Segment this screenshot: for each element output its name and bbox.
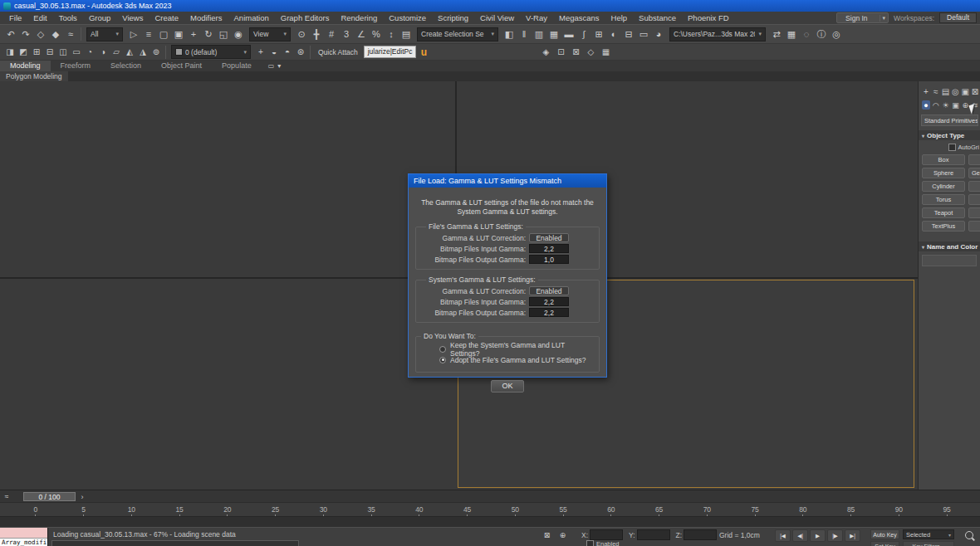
menu-item[interactable]: File	[3, 13, 27, 22]
primitive-button[interactable]: Torus	[922, 194, 965, 205]
zoom-icon[interactable]	[965, 531, 973, 539]
snaps-toggle-icon[interactable]: 3	[339, 27, 354, 41]
secondary-tool-4-icon[interactable]: ⊟	[43, 46, 56, 59]
primitive-type-dropdown[interactable]: Standard Primitives ▾	[921, 115, 978, 126]
z-input[interactable]	[684, 529, 717, 540]
mini-curve-editor-icon[interactable]: ≈	[2, 492, 12, 500]
go-to-start-button[interactable]: |◀	[775, 529, 791, 542]
curve-editor-icon[interactable]: ∫	[576, 27, 591, 41]
track-bar[interactable]: 05101520253035404550556065707580859095	[0, 502, 980, 516]
select-and-place-icon[interactable]: ◉	[231, 27, 246, 41]
workspace-selector[interactable]: Default	[939, 12, 977, 23]
render-production-icon[interactable]: ◕	[651, 27, 666, 41]
mirror-icon[interactable]: ◧	[502, 27, 517, 41]
menu-item[interactable]: Megascans	[553, 13, 605, 22]
layer-dropdown[interactable]: 0 (default) ▾	[171, 45, 251, 59]
polygon-modeling-tab[interactable]: Polygon Modeling	[0, 71, 68, 81]
substance-icon[interactable]: u	[417, 46, 430, 58]
selection-filter-dropdown[interactable]: All▾	[86, 27, 123, 41]
ribbon-tab[interactable]: Selection	[100, 61, 151, 71]
percent-snap-toggle-icon[interactable]: %	[369, 27, 384, 41]
select-object-icon[interactable]: ▷	[126, 27, 141, 41]
viewport-layout-icon[interactable]: ▦	[784, 27, 799, 41]
project-path-dropdown[interactable]: C:\Users\Paz...3ds Max 2023▾	[669, 27, 766, 41]
autogrid-checkbox[interactable]	[948, 144, 956, 151]
sign-in-button[interactable]: Sign In ▾	[836, 12, 889, 23]
gamma-setting-value[interactable]: 2,2	[529, 244, 569, 253]
select-and-manipulate-icon[interactable]: ╋	[309, 27, 324, 41]
key-filters-button[interactable]: Key Filters...	[903, 541, 954, 546]
menu-item[interactable]: Edit	[27, 13, 52, 22]
modify-tab-icon[interactable]: ≈	[932, 86, 940, 96]
select-and-link-icon[interactable]: ◇	[33, 27, 48, 41]
create-new-layer-icon[interactable]: +	[254, 46, 267, 59]
secondary-tool-10-icon[interactable]: ◭	[123, 46, 136, 59]
secondary-tool-3-icon[interactable]: ⊞	[30, 46, 43, 59]
utilities-tab-icon[interactable]: ⊠	[971, 86, 979, 96]
render-setup-icon[interactable]: ⊟	[621, 27, 636, 41]
menu-item[interactable]: Help	[605, 13, 634, 22]
menu-item[interactable]: Rendering	[335, 13, 383, 22]
primitive-button[interactable]: Ge	[968, 168, 980, 178]
edit-named-selection-sets-icon[interactable]: ▤	[399, 27, 414, 41]
primitive-button[interactable]	[968, 207, 980, 218]
window-crossing-icon[interactable]: ▣	[171, 27, 186, 41]
object-type-rollout[interactable]: ▾ Object Type	[919, 130, 980, 140]
layer-tool-2-icon[interactable]: ◓	[281, 46, 294, 59]
unlink-selection-icon[interactable]: ◆	[48, 27, 63, 41]
layer-tool-1-icon[interactable]: ◒	[267, 46, 281, 59]
y-input[interactable]	[637, 529, 670, 540]
isolate-selection-icon[interactable]: ◌	[799, 27, 814, 41]
secondary-tool-8-icon[interactable]: ◑	[96, 46, 110, 59]
toggle-scene-explorer-icon[interactable]: ▥	[532, 27, 546, 41]
schematic-view-icon[interactable]: ⊞	[591, 27, 606, 41]
layer-tool-3-icon[interactable]: ⊛	[294, 46, 307, 59]
absolute-offset-mode-icon[interactable]: ⊕	[557, 529, 568, 540]
cameras-category-icon[interactable]: ▣	[951, 100, 959, 110]
secondary-tool-11-icon[interactable]: ◮	[136, 46, 149, 59]
motion-tab-icon[interactable]: ◎	[951, 86, 959, 96]
named-selection-dropdown[interactable]: Create Selection Se▾	[417, 27, 498, 41]
menu-item[interactable]: Create	[149, 13, 184, 22]
select-by-name-icon[interactable]: ≡	[141, 27, 156, 41]
render-tool-4-icon[interactable]: ◇	[584, 46, 597, 59]
next-frame-button[interactable]: |▶	[827, 529, 843, 542]
menu-item[interactable]: Substance	[633, 13, 682, 22]
secondary-tool-6-icon[interactable]: ▭	[70, 46, 83, 59]
menu-item[interactable]: Scripting	[432, 13, 474, 22]
secondary-tool-7-icon[interactable]: ◔	[83, 46, 96, 59]
menu-item[interactable]: V-Ray	[520, 13, 553, 22]
angle-snap-toggle-icon[interactable]: ∠	[354, 27, 369, 41]
info-center-icon[interactable]: ⓘ	[814, 27, 829, 41]
align-icon[interactable]: ‖	[517, 27, 532, 41]
selection-lock-toggle-icon[interactable]: ⊠	[541, 529, 552, 540]
select-and-rotate-icon[interactable]: ↻	[201, 27, 216, 41]
material-editor-icon[interactable]: ◐	[606, 27, 621, 41]
secondary-tool-2-icon[interactable]: ◩	[17, 46, 30, 59]
play-button[interactable]: ▶	[810, 529, 826, 542]
menu-item[interactable]: Animation	[228, 13, 275, 22]
ribbon-tab[interactable]: Populate	[212, 61, 262, 71]
selection-set-dropdown[interactable]: Selected ▾	[903, 529, 954, 539]
bind-to-space-warp-icon[interactable]: ≈	[63, 27, 78, 41]
spinner-snap-toggle-icon[interactable]: ↕	[384, 27, 399, 41]
script-button[interactable]: jularize|EditPc	[364, 46, 417, 58]
shapes-category-icon[interactable]: ◠	[932, 100, 940, 110]
primitive-button[interactable]: Cylinder	[922, 181, 965, 192]
object-name-field[interactable]	[922, 255, 977, 266]
dialog-titlebar[interactable]: File Load: Gamma & LUT Settings Mismatch	[409, 174, 606, 188]
secondary-tool-5-icon[interactable]: ◫	[56, 46, 70, 59]
search-icon[interactable]: ◎	[829, 27, 844, 41]
redo-icon[interactable]: ↷	[18, 27, 33, 41]
auto-key-button[interactable]: Auto Key	[870, 529, 899, 539]
name-and-color-rollout[interactable]: ▾ Name and Color	[919, 241, 980, 251]
menu-item[interactable]: Graph Editors	[275, 13, 336, 22]
secondary-tool-9-icon[interactable]: ▱	[110, 46, 123, 59]
primitive-button[interactable]: TextPlus	[922, 221, 965, 232]
keyboard-shortcut-override-icon[interactable]: #	[324, 27, 339, 41]
menu-item[interactable]: Tools	[53, 13, 83, 22]
render-tool-3-icon[interactable]: ⊠	[569, 46, 582, 59]
menu-item[interactable]: Civil View	[474, 13, 520, 22]
primitive-button[interactable]	[968, 181, 980, 192]
display-tab-icon[interactable]: ▣	[961, 86, 969, 96]
